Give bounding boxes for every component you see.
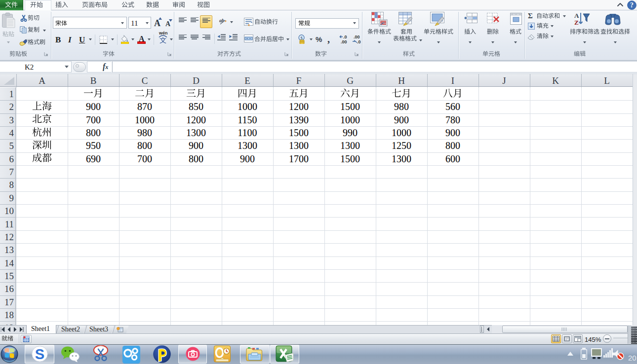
svg-text:?: ? [630,1,634,9]
svg-text:$: $ [300,36,303,40]
svg-text:A: A [574,12,579,19]
svg-text:.0: .0 [357,39,361,44]
svg-text:Z: Z [574,19,579,26]
svg-text:S: S [35,346,44,362]
svg-text:.00: .00 [341,39,347,44]
